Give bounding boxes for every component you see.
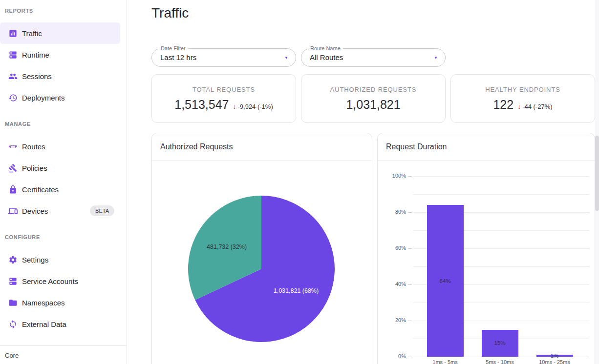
date-filter-value: Last 12 hrs xyxy=(152,49,296,66)
charts-row: Authorized Requests 1,031,821 (68%)481,7… xyxy=(151,133,595,364)
sidebar-item-label: Routes xyxy=(22,142,45,151)
route-name-label: Route Name xyxy=(308,45,343,51)
section-label-manage: MANAGE xyxy=(5,121,127,127)
bar-chart-body: 0%20%40%60%80%100%84%1ms - 5ms15%5ms - 1… xyxy=(378,161,595,364)
sidebar-item-sessions[interactable]: Sessions xyxy=(0,65,120,87)
y-axis-tick xyxy=(408,284,412,285)
sidebar-item-label: Deployments xyxy=(22,94,65,102)
sidebar-item-policies[interactable]: Policies xyxy=(0,157,120,179)
stat-delta: ↓ -44 (-27%) xyxy=(517,102,552,110)
sidebar-item-label: Policies xyxy=(22,164,47,172)
runtime-dns-icon xyxy=(8,50,18,60)
sidebar-footer-core[interactable]: Core xyxy=(0,345,127,364)
settings-gear-icon xyxy=(8,255,18,264)
chevron-down-icon: ▼ xyxy=(434,56,438,60)
traffic-chart-icon xyxy=(8,28,18,38)
external-data-sync-icon xyxy=(8,319,18,329)
sidebar-item-label: Runtime xyxy=(22,51,49,59)
deployments-history-icon xyxy=(8,93,18,102)
gridline xyxy=(413,194,589,195)
gridline xyxy=(413,176,589,177)
authorized-requests-pie-card: Authorized Requests 1,031,821 (68%)481,7… xyxy=(151,133,372,364)
scrollbar-thumb[interactable] xyxy=(595,136,599,211)
section-label-reports: REPORTS xyxy=(5,8,127,14)
certificates-lock-icon xyxy=(8,184,18,194)
sidebar-item-label: Settings xyxy=(22,256,48,264)
y-axis-tick xyxy=(408,357,412,357)
stat-label: AUTHORIZED REQUESTS xyxy=(330,86,417,93)
sidebar-item-runtime[interactable]: Runtime xyxy=(0,44,120,65)
stat-delta-text: -44 (-27%) xyxy=(522,103,552,110)
stat-value: 122 xyxy=(493,98,513,112)
sidebar-item-label: Traffic xyxy=(22,29,42,38)
sidebar-item-label: External Data xyxy=(22,320,66,328)
sidebar-item-label: Devices xyxy=(22,207,48,215)
sidebar-section-configure: CONFIGURE Settings Service Accounts Name… xyxy=(0,222,127,335)
y-axis-label: 100% xyxy=(386,173,406,179)
bar-chart-title: Request Duration xyxy=(378,133,595,161)
request-duration-bar-card: Request Duration 0%20%40%60%80%100%84%1m… xyxy=(377,133,595,364)
namespaces-folder-icon xyxy=(8,298,18,307)
section-label-configure: CONFIGURE xyxy=(5,234,127,240)
y-axis-tick xyxy=(408,321,412,321)
bar-value-label: 15% xyxy=(494,340,505,346)
stat-delta-text: -9,924 (-1%) xyxy=(237,103,273,110)
stats-row: TOTAL REQUESTS 1,513,547 ↓ -9,924 (-1%) … xyxy=(151,74,595,123)
pie-slice-label-authorized: 1,031,821 (68%) xyxy=(274,287,319,294)
y-axis-label: 20% xyxy=(386,317,406,323)
route-name-select[interactable]: Route Name All Routes ▼ xyxy=(301,48,446,67)
stat-label: HEALTHY ENDPOINTS xyxy=(485,86,560,93)
pie-chart-body: 1,031,821 (68%)481,732 (32%) xyxy=(152,161,372,364)
sidebar-item-certificates[interactable]: Certificates xyxy=(0,179,120,200)
sidebar-item-label: Service Accounts xyxy=(22,277,78,285)
sidebar-item-deployments[interactable]: Deployments xyxy=(0,87,120,108)
bar-value-label: 84% xyxy=(439,278,450,284)
pie-chart xyxy=(152,161,372,364)
sidebar-item-devices[interactable]: Devices BETA xyxy=(0,200,120,222)
sidebar-item-routes[interactable]: HTTP Routes xyxy=(0,136,120,157)
sidebar-item-label: Sessions xyxy=(22,72,52,81)
service-accounts-dns-icon xyxy=(8,276,18,286)
main-content: Traffic Date Filter Last 12 hrs ▼ Route … xyxy=(127,0,599,364)
chevron-down-icon: ▼ xyxy=(284,56,288,60)
devices-icon xyxy=(8,206,18,216)
page-title: Traffic xyxy=(151,5,595,21)
bar-value-label: 1% xyxy=(551,353,559,359)
sidebar-item-traffic[interactable]: Traffic xyxy=(0,22,120,44)
stat-label: TOTAL REQUESTS xyxy=(193,86,255,93)
y-axis-label: 0% xyxy=(386,353,406,359)
y-axis-label: 60% xyxy=(386,245,406,251)
date-filter-select[interactable]: Date Filter Last 12 hrs ▼ xyxy=(151,48,296,67)
routes-http-icon: HTTP xyxy=(8,142,18,151)
gridline xyxy=(413,357,589,357)
stat-delta: ↓ -9,924 (-1%) xyxy=(233,102,273,110)
beta-badge: BETA xyxy=(90,205,114,216)
sidebar-item-service-accounts[interactable]: Service Accounts xyxy=(0,270,120,292)
sidebar-item-external-data[interactable]: External Data xyxy=(0,313,120,335)
page-scrollbar[interactable] xyxy=(595,0,599,364)
arrow-down-icon: ↓ xyxy=(517,102,521,110)
sidebar-item-namespaces[interactable]: Namespaces xyxy=(0,292,120,313)
stat-value: 1,513,547 xyxy=(174,98,229,112)
y-axis-label: 40% xyxy=(386,281,406,287)
policies-gavel-icon xyxy=(8,163,18,173)
sidebar-section-manage: MANAGE HTTP Routes Policies Certificates… xyxy=(0,108,127,222)
stat-card-healthy-endpoints: HEALTHY ENDPOINTS 122 ↓ -44 (-27%) xyxy=(450,74,595,123)
arrow-down-icon: ↓ xyxy=(233,102,236,110)
y-axis-tick xyxy=(408,248,412,249)
stat-card-authorized-requests: AUTHORIZED REQUESTS 1,031,821 xyxy=(301,74,446,123)
sessions-people-icon xyxy=(8,71,18,81)
sidebar-item-settings[interactable]: Settings xyxy=(0,249,120,270)
x-axis-label: 5ms - 10ms xyxy=(486,359,513,364)
stat-value: 1,031,821 xyxy=(346,98,400,112)
sidebar-item-label: Certificates xyxy=(22,185,59,194)
y-axis-tick xyxy=(408,212,412,213)
sidebar: REPORTS Traffic Runtime Sessions Deploym… xyxy=(0,0,127,364)
stat-card-total-requests: TOTAL REQUESTS 1,513,547 ↓ -9,924 (-1%) xyxy=(151,74,296,123)
pie-chart-title: Authorized Requests xyxy=(152,133,372,161)
pie-slice-label-other: 481,732 (32%) xyxy=(207,243,247,250)
date-filter-label: Date Filter xyxy=(158,45,188,51)
filters-row: Date Filter Last 12 hrs ▼ Route Name All… xyxy=(151,48,595,67)
route-name-value: All Routes xyxy=(301,49,445,66)
x-axis-label: 10ms - 25ms xyxy=(539,359,570,364)
